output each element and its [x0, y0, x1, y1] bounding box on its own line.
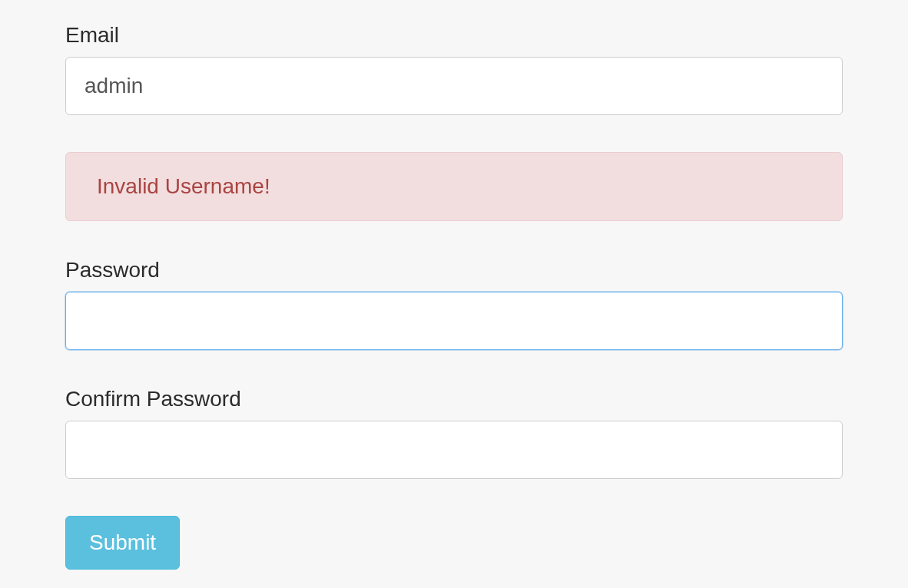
email-label: Email	[65, 23, 843, 48]
submit-button[interactable]: Submit	[65, 516, 180, 570]
confirm-password-group: Confirm Password	[65, 387, 843, 479]
signup-form: Email Invalid Username! Password Confirm…	[65, 23, 843, 570]
password-group: Password	[65, 258, 843, 350]
confirm-password-label: Confirm Password	[65, 387, 843, 411]
password-label: Password	[65, 258, 843, 282]
email-group: Email	[65, 23, 843, 115]
error-alert: Invalid Username!	[65, 152, 843, 221]
password-field[interactable]	[65, 292, 843, 350]
confirm-password-field[interactable]	[65, 421, 843, 479]
email-field[interactable]	[65, 57, 843, 115]
